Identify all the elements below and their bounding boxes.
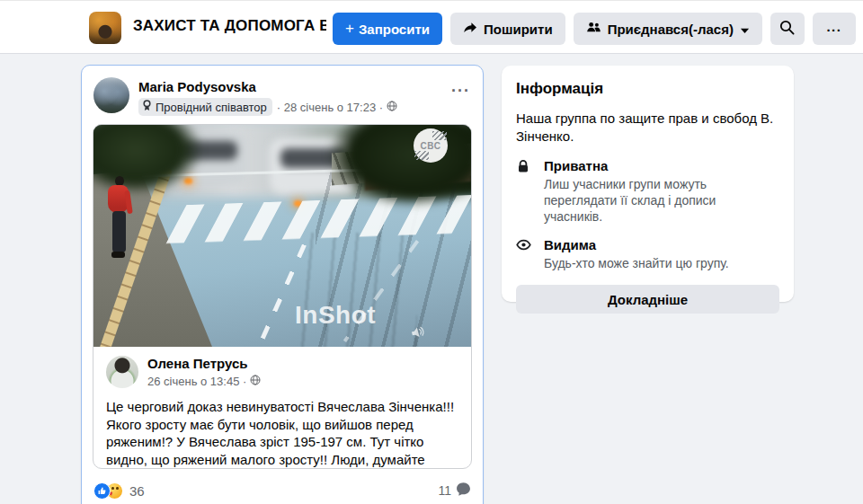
eye-icon <box>516 237 532 271</box>
cbc-logo-text: CBC <box>420 141 440 151</box>
post-options-button[interactable]: ... <box>451 82 470 91</box>
search-icon <box>779 20 795 38</box>
shared-author-avatar[interactable] <box>106 356 138 388</box>
shared-author-name[interactable]: Олена Петрусь <box>147 356 247 371</box>
visibility-row: Видима Будь-хто може знайти цю групу. <box>516 237 779 271</box>
like-reaction-icon <box>93 482 111 500</box>
chevron-down-icon <box>740 22 750 37</box>
inshot-text: InShot <box>295 301 376 329</box>
badge-medal-icon <box>142 100 152 114</box>
group-page: ЗАХИСТ ТА ДОПОМОГА ВЯ... + Запросити Пош… <box>0 0 863 504</box>
share-arrow-icon <box>463 21 477 38</box>
comment-count-link[interactable]: 11 <box>438 482 471 500</box>
search-button[interactable] <box>770 13 805 45</box>
privacy-description: Лиш учасники групи можуть переглядати її… <box>544 176 773 225</box>
reaction-count[interactable]: 36 <box>129 483 145 499</box>
shared-post-text: Це черговий доказ невинуватості Вячеслав… <box>93 390 471 469</box>
post-meta-row: Провідний співавтор · 28 січень о 17:23 … <box>138 98 397 116</box>
post-card: Maria Podysovska Провідний співавтор · 2… <box>81 65 484 504</box>
group-header-bar: ЗАХИСТ ТА ДОПОМОГА ВЯ... + Запросити Пош… <box>0 0 863 54</box>
cbc-logo: CBC <box>414 128 448 163</box>
invite-label: Запросити <box>359 22 430 37</box>
post-author-name[interactable]: Maria Podysovska <box>138 79 256 94</box>
post-video[interactable]: CBC InShot <box>93 125 471 347</box>
group-info-card: Інформація Наша группа по защите прав и … <box>502 66 794 302</box>
post-timestamp[interactable]: · 28 січень о 17:23 · <box>277 101 397 114</box>
joined-label: Приєднався(-лася) <box>608 22 734 37</box>
invite-button[interactable]: + Запросити <box>333 13 442 45</box>
joined-button[interactable]: Приєднався(-лася) <box>574 13 762 45</box>
comment-count: 11 <box>438 483 451 498</box>
visibility-title: Видима <box>544 237 773 252</box>
privacy-row: Приватна Лиш учасники групи можуть перег… <box>516 158 779 225</box>
comment-bubble-icon <box>456 482 471 500</box>
shared-timestamp-text: 26 січень о 13:45 · <box>147 375 246 388</box>
post-timestamp-text: · 28 січень о 17:23 · <box>277 101 383 114</box>
globe-icon <box>387 101 397 114</box>
lock-icon <box>516 158 532 225</box>
shared-post-attachment: CBC InShot Олена Петрусь 26 січень о 13:… <box>93 124 472 469</box>
group-description: Наша группа по защите прав и свобод В. З… <box>516 110 777 146</box>
plus-icon: + <box>345 20 354 38</box>
inshot-watermark: InShot <box>295 301 376 330</box>
details-button[interactable]: Докладніше <box>516 285 779 314</box>
pedestrian-figure <box>107 176 132 262</box>
share-label: Поширити <box>484 22 553 37</box>
shared-post-timestamp[interactable]: 26 січень о 13:45 · <box>147 373 261 389</box>
ellipsis-icon: ... <box>826 19 841 34</box>
reactions-bar: ♥ 36 11 <box>93 480 471 501</box>
privacy-title: Приватна <box>544 158 773 173</box>
group-avatar[interactable] <box>89 12 121 44</box>
share-button[interactable]: Поширити <box>450 13 565 45</box>
header-more-button[interactable]: ... <box>813 13 856 45</box>
info-title: Інформація <box>516 80 779 98</box>
globe-icon <box>250 373 261 389</box>
reaction-icons[interactable]: ♥ <box>93 482 123 500</box>
shared-post-header: Олена Петрусь 26 січень о 13:45 · <box>93 347 471 390</box>
visibility-description: Будь-хто може знайти цю групу. <box>544 255 773 271</box>
header-actions: + Запросити Поширити Приєднався(-лася) <box>333 13 856 45</box>
group-title[interactable]: ЗАХИСТ ТА ДОПОМОГА ВЯ... <box>133 17 326 35</box>
badge-label: Провідний співавтор <box>156 101 267 114</box>
cctv-street-scene: CBC InShot <box>93 125 471 347</box>
members-icon <box>586 21 601 37</box>
contributor-badge[interactable]: Провідний співавтор <box>138 98 272 116</box>
post-author-avatar[interactable] <box>93 77 129 113</box>
